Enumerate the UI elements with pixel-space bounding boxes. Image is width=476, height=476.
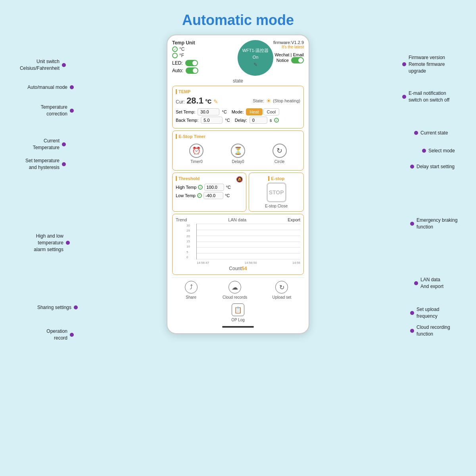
auto-toggle[interactable] — [186, 67, 198, 74]
set-temp-input[interactable] — [198, 108, 219, 115]
chart-x-labels: 14:56:4714:56:5014:56 — [197, 261, 300, 265]
back-temp-input[interactable] — [201, 117, 223, 124]
page-title: Automatic mode — [0, 0, 476, 35]
annotation-operation: Operationrecord — [24, 328, 67, 342]
firmware-status: It's the latest — [273, 45, 304, 49]
annotation-emergency: Emergency brakingfunction — [416, 217, 468, 230]
annotation-delay-start: Delay start setting — [416, 163, 468, 170]
notice-toggle[interactable] — [291, 57, 304, 63]
high-temp-unit: °C — [226, 185, 230, 190]
temp-card-title: TEMP — [176, 89, 300, 94]
delay-item[interactable]: ⏳ Delay0 — [231, 144, 245, 164]
annotation-temp-correction: Temperaturecorrection — [20, 104, 67, 117]
temp-unit-label: Temp Unit — [172, 40, 238, 46]
auto-label: Auto: — [172, 68, 183, 73]
upload-label: Upload set — [273, 295, 292, 299]
delay-label: Delay: — [235, 118, 247, 123]
annotation-select-mode: Select mode — [428, 148, 468, 154]
count-value: 54 — [242, 266, 247, 271]
stop-text: STOP — [269, 189, 284, 196]
cloud-label: Cloud records — [223, 295, 247, 299]
low-temp-check[interactable] — [197, 193, 202, 198]
circle-item[interactable]: ↻ Circle — [273, 144, 287, 164]
count-label: Count — [229, 266, 242, 271]
share-item[interactable]: ⤴ Share — [185, 281, 198, 299]
cloud-icon: ☁ — [228, 281, 241, 294]
circle-icon: ↻ — [273, 144, 287, 158]
firmware-version: firmware:V1.2.9 — [273, 40, 304, 45]
cur-temp-value: 28.1 — [186, 96, 203, 106]
high-temp-label: High Temp — [176, 185, 196, 190]
set-temp-label: Set Temp: — [176, 109, 195, 114]
phone-frame: Temp Unit °C °F LED: Auto: — [167, 35, 309, 334]
low-temp-input[interactable] — [203, 192, 223, 199]
annotation-lan-data: LAN dataAnd export — [420, 276, 468, 290]
delay-check[interactable] — [274, 118, 279, 123]
annotation-current-state: Current state — [420, 130, 468, 136]
circle-label: Circle — [274, 159, 285, 164]
led-toggle[interactable] — [185, 60, 198, 66]
device-circle: WFT1-温控器 On ✎ — [238, 40, 273, 76]
state-label: state — [172, 78, 304, 84]
estop-timer-card: E-Stop Timer ⏰ Timer0 ⏳ Delay0 ↻ Circle — [172, 131, 304, 171]
oplog-item[interactable]: 📋 OP Log — [231, 303, 245, 322]
chart-y-labels: 302520151050 — [186, 224, 190, 259]
threshold-title: Threshold — [176, 176, 200, 181]
cloud-records-item[interactable]: ☁ Cloud records — [223, 281, 247, 299]
chart-area: 302520151050 14:56:4714:56:5014:56 — [196, 224, 300, 259]
mode-label: Mode: — [232, 109, 244, 114]
device-edit-icon[interactable]: ✎ — [253, 61, 257, 69]
high-temp-input[interactable] — [204, 184, 224, 191]
share-icon: ⤴ — [185, 281, 198, 294]
cool-button[interactable]: Cool — [263, 108, 280, 115]
state-info-value: (Stop heating) — [273, 98, 300, 103]
annotation-unit-switch: Unit switchCelsius/Fahrenheit — [12, 58, 60, 72]
estop-card: E-stop STOP E-stop Close — [249, 173, 304, 212]
annotation-current-temp: CurrentTemperature — [12, 138, 60, 151]
fahrenheit-radio[interactable] — [172, 53, 178, 58]
export-label[interactable]: Export — [288, 217, 300, 222]
delay-timer-label: Delay0 — [232, 159, 244, 164]
edit-temp-icon[interactable]: ✎ — [213, 98, 218, 105]
estop-close-label: E-stop Close — [265, 204, 288, 208]
upload-icon: ↻ — [275, 281, 288, 294]
estop-timer-title: E-Stop Timer — [176, 134, 300, 139]
annotation-set-temp: Set temperatureand hysteresis — [4, 157, 60, 171]
device-status: On — [253, 54, 259, 61]
share-label: Share — [186, 295, 196, 299]
low-temp-label: Low Temp — [176, 193, 196, 198]
upload-set-item[interactable]: ↻ Upload set — [273, 281, 292, 299]
back-temp-unit: °C — [225, 118, 230, 123]
state-info-label: State: — [253, 98, 264, 103]
delay-unit: s — [270, 118, 272, 123]
mute-icon[interactable]: 🔕 — [236, 176, 243, 182]
led-label: LED: — [172, 60, 183, 66]
cur-unit: °C — [205, 98, 211, 105]
cur-label: Cur: — [176, 99, 185, 105]
low-temp-unit: °C — [225, 193, 230, 198]
device-name: WFT1-温控器 — [242, 47, 269, 54]
timer-item[interactable]: ⏰ Timer0 — [189, 144, 203, 164]
annotation-sharing: Sharing settings — [32, 304, 71, 311]
annotation-firmware: Firmware versionRemote firmwareupgrade — [409, 54, 464, 74]
timer-label: Timer0 — [190, 159, 203, 164]
back-temp-label: Back Temp: — [176, 118, 198, 123]
annotation-set-upload: Set uploadfrequency — [416, 306, 468, 320]
bottom-nav-2: 📋 OP Log — [172, 303, 304, 324]
wechat-email-text: Wechat | Email — [274, 52, 304, 57]
annotation-auto-manual: Auto/manual mode — [20, 84, 67, 91]
temp-card: TEMP Cur: 28.1 °C ✎ State: ☀ (Stop heati… — [172, 86, 304, 129]
heat-button[interactable]: Heat — [246, 108, 262, 115]
delay-input[interactable] — [250, 117, 267, 124]
timer-clock-icon: ⏰ — [189, 144, 203, 158]
celsius-radio[interactable] — [172, 46, 178, 52]
estop-title: E-stop — [268, 176, 284, 181]
set-temp-unit: °C — [222, 109, 226, 114]
threshold-card: Threshold 🔕 High Temp °C Low Temp °C — [172, 173, 246, 212]
celsius-label: °C — [179, 46, 184, 52]
stop-badge[interactable]: STOP — [267, 182, 286, 202]
bottom-nav: ⤴ Share ☁ Cloud records ↻ Upload set — [172, 277, 304, 301]
high-temp-check[interactable] — [198, 185, 203, 190]
annotation-email: E-mail notificationswitch on switch off — [409, 90, 468, 104]
trend-card: Trend LAN data Export 302520151050 — [172, 214, 304, 275]
